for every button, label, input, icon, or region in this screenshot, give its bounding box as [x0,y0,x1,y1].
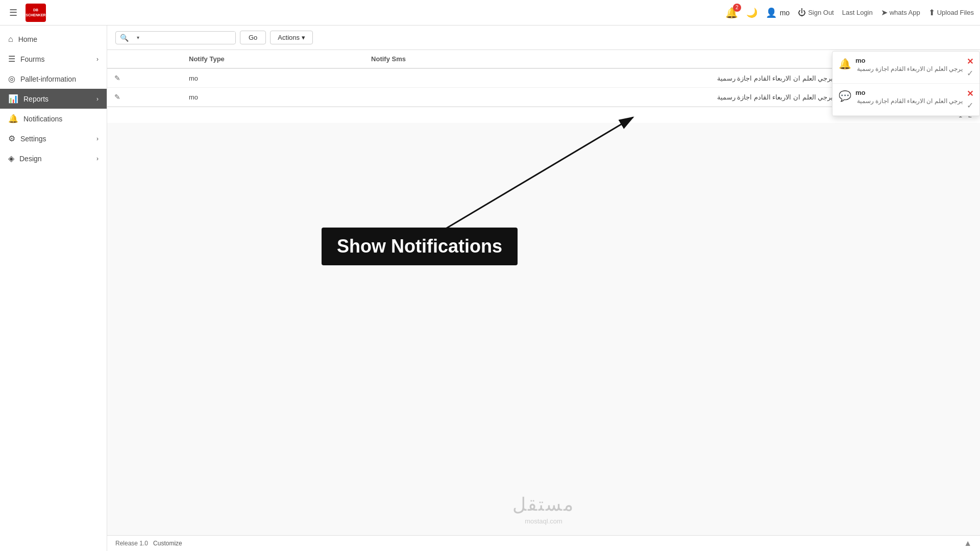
sidebar-item-label: Pallet-information [20,75,99,83]
notif-content: mo يرجي العلم ان الاربعاء القادم اجازة ر… [855,57,963,72]
design-icon: ◈ [8,154,14,163]
notifications-dropdown: 🔔 mo يرجي العلم ان الاربعاء القادم اجازة… [832,51,980,116]
notification-item: 🔔 mo يرجي العلم ان الاربعاء القادم اجازة… [832,52,979,84]
chevron-right-icon: › [96,95,99,103]
notif-check-button[interactable]: ✓ [967,101,973,110]
notif-close-button[interactable]: ✕ [967,57,973,66]
logo: DBSCHENKER [26,4,46,22]
sidebar-item-notifications[interactable]: 🔔 Notifications [0,109,107,129]
search-button[interactable]: 🔍 [116,32,133,44]
sidebar-item-design[interactable]: ◈ Design › [0,148,107,168]
sidebar-item-label: Design [19,155,91,163]
user-section[interactable]: 👤 mo [766,7,790,18]
upload-label: Upload Files [937,9,974,16]
search-dropdown-button[interactable]: ▾ [133,33,143,42]
logo-text: DBSCHENKER [26,8,45,17]
sidebar-item-label: Reports [23,95,91,103]
sidebar-item-label: Fourms [20,55,91,63]
footer: مستقل mostaql.com [107,473,980,535]
upload-icon: ⬆ [928,8,935,17]
signout-button[interactable]: ⏻ Sign Out [798,8,834,17]
upload-files-button[interactable]: ⬆ Upload Files [928,8,974,17]
go-label: Go [249,34,257,41]
col-edit [107,50,182,68]
username-label: mo [780,9,790,17]
edit-cell: ✎ [107,88,182,107]
notify-type-cell: mo [182,88,364,107]
hamburger-button[interactable]: ☰ [6,4,20,21]
notif-actions: ✕ ✓ [967,57,973,78]
last-login-label: Last Login [842,9,873,16]
customize-label[interactable]: Customize [153,540,182,547]
chevron-right-icon: › [96,135,99,142]
main-layout: ⌂ Home ☰ Fourms › ◎ Pallet-information 📊… [0,26,980,551]
col-notify-sms: Notify Sms [364,50,840,68]
bottom-bar: Release 1.0 Customize ▲ [107,535,980,551]
notif-check-button[interactable]: ✓ [967,68,973,78]
col-notify-type: Notify Type [182,50,364,68]
notify-type-cell: mo [182,68,364,88]
edit-button[interactable]: ✎ [114,93,120,101]
user-icon: 👤 [766,7,777,18]
release-label: Release 1.0 [115,540,148,547]
toolbar: 🔍 ▾ Go Actions ▾ [107,26,980,50]
chevron-down-icon: ▾ [137,35,139,40]
notif-close-button[interactable]: ✕ [967,89,973,98]
sidebar-item-label: Notifications [23,115,99,123]
sidebar-item-label: Home [18,35,99,43]
footer-logo: مستقل [107,494,980,515]
notification-badge: 2 [733,4,741,12]
content-area: 🔍 ▾ Go Actions ▾ Notify Ty [107,26,980,551]
notif-actions: ✕ ✓ [967,89,973,110]
search-icon: 🔍 [120,34,129,42]
search-input[interactable] [143,32,235,43]
navbar-left: ☰ DBSCHENKER [6,4,46,22]
bell-icon: 🔔 [839,58,851,70]
bottom-left: Release 1.0 Customize [115,540,182,547]
pallet-icon: ◎ [8,74,15,84]
sidebar-item-fourms[interactable]: ☰ Fourms › [0,49,107,69]
reports-icon: 📊 [8,94,18,104]
home-icon: ⌂ [8,35,13,44]
sidebar: ⌂ Home ☰ Fourms › ◎ Pallet-information 📊… [0,26,107,551]
actions-chevron-icon: ▾ [302,34,305,41]
notif-text: يرجي العلم ان الاربعاء القادم اجازة رسمي… [855,97,963,105]
scroll-top-icon: ▲ [964,539,972,547]
chevron-right-icon: › [96,155,99,162]
notif-content: mo يرجي العلم ان الاربعاء القادم اجازة ر… [855,89,963,105]
settings-icon: ⚙ [8,134,15,143]
fourms-icon: ☰ [8,54,15,64]
chat-icon: 💬 [839,90,851,102]
chevron-right-icon: › [96,56,99,63]
navbar-right: 🔔 2 🌙 👤 mo ⏻ Sign Out Last Login ➤ whats… [725,7,974,19]
notify-sms-cell: يرجي العلم ان الاربعاء القادم اجازة رسمي… [364,68,840,88]
notifications-button[interactable]: 🔔 2 [725,7,738,19]
whatsapp-icon: ➤ [881,8,888,17]
actions-label: Actions [278,34,300,41]
notif-text: يرجي العلم ان الاربعاء القادم اجازة رسمي… [855,65,963,72]
go-button[interactable]: Go [240,31,266,44]
sidebar-item-pallet-information[interactable]: ◎ Pallet-information [0,69,107,89]
notifications-icon: 🔔 [8,114,18,123]
notif-user: mo [855,57,963,64]
sidebar-item-settings[interactable]: ⚙ Settings › [0,129,107,148]
last-login-button[interactable]: Last Login [842,9,873,16]
sidebar-item-reports[interactable]: 📊 Reports › [0,89,107,109]
whatsapp-label: whats App [890,9,920,16]
signout-icon: ⏻ [798,8,806,17]
navbar: ☰ DBSCHENKER 🔔 2 🌙 👤 mo ⏻ Sign Out Last … [0,0,980,26]
scroll-top-button[interactable]: ▲ [964,539,972,548]
footer-logo-text: مستقل [512,494,575,515]
notification-item: 💬 mo يرجي العلم ان الاربعاء القادم اجازة… [832,84,979,116]
notif-user: mo [855,89,963,96]
whatsapp-button[interactable]: ➤ whats App [881,8,920,17]
dark-mode-button[interactable]: 🌙 [746,7,757,18]
signout-label: Sign Out [808,9,834,16]
notify-sms-cell: يرجي العلم ان الاربعاء القادم اجازة رسمي… [364,88,840,107]
sidebar-item-label: Settings [20,135,91,143]
edit-cell: ✎ [107,68,182,88]
dark-mode-icon: 🌙 [746,8,757,18]
edit-button[interactable]: ✎ [114,74,120,82]
sidebar-item-home[interactable]: ⌂ Home [0,30,107,49]
actions-button[interactable]: Actions ▾ [270,31,313,44]
